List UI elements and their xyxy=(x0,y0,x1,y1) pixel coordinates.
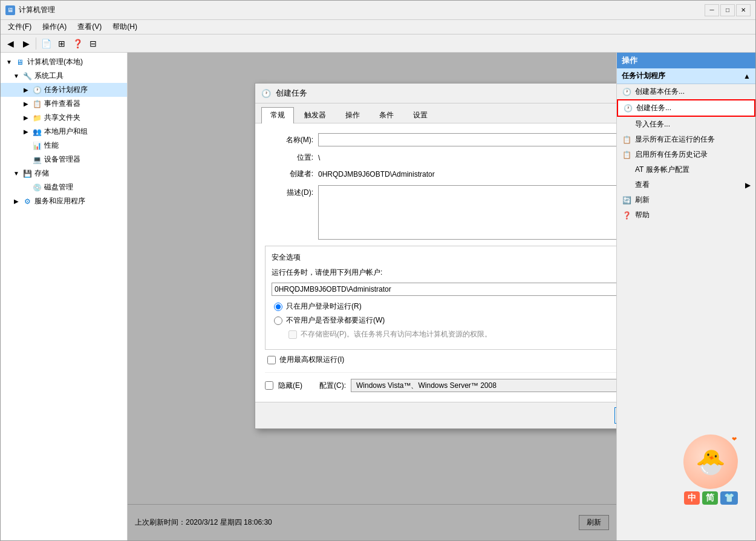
sidebar-label-event-viewer: 事件查看器 xyxy=(44,99,80,109)
creator-label: 创建者: xyxy=(265,169,313,179)
no-store-password-label: 不存储密码(P)。该任务将只有访问本地计算机资源的权限。 xyxy=(301,329,492,339)
sidebar-root[interactable]: ▼ 🖥 计算机管理(本地) xyxy=(1,55,127,69)
right-panel-show-running[interactable]: 📋 显示所有正在运行的任务 xyxy=(617,132,755,147)
maximize-button[interactable]: □ xyxy=(720,4,735,16)
sidebar-label-storage: 存储 xyxy=(34,168,49,179)
right-panel-view[interactable]: 查看 ▶ xyxy=(617,177,755,192)
right-panel-title: 操作 xyxy=(622,55,637,66)
services-expand: ▶ xyxy=(13,198,20,205)
right-panel-create-task[interactable]: 🕐 创建任务... xyxy=(617,99,755,117)
event-viewer-expand: ▶ xyxy=(22,100,30,108)
import-task-icon xyxy=(622,120,631,130)
system-tools-icon: 🔧 xyxy=(22,71,32,81)
name-row: 名称(M): xyxy=(265,133,616,146)
radio-always: 不管用户是否登录都要运行(W) xyxy=(272,315,616,326)
forward-button[interactable]: ▶ xyxy=(19,36,33,51)
dialog-tabs: 常规 触发器 操作 条件 设置 xyxy=(255,103,616,123)
sidebar-item-performance[interactable]: 📊 性能 xyxy=(1,139,127,152)
right-panel: 操作 任务计划程序 ▲ 🕐 创建基本任务... 🕐 创建任务... 导入任务..… xyxy=(616,53,755,540)
close-button[interactable]: ✕ xyxy=(736,4,751,16)
right-panel-enable-history[interactable]: 📋 启用所有任务历史记录 xyxy=(617,147,755,162)
security-section: 安全选项 运行任务时，请使用下列用户帐户: 更改用户或组(U)... 只在用户登… xyxy=(265,246,616,350)
hide-checkbox[interactable] xyxy=(265,381,273,390)
sidebar-item-device-manager[interactable]: 💻 设备管理器 xyxy=(1,152,127,166)
right-panel-refresh[interactable]: 🔄 刷新 xyxy=(617,192,755,208)
sticker-badge-zhong: 中 xyxy=(684,491,700,505)
sidebar-label-task-scheduler: 任务计划程序 xyxy=(44,85,88,95)
services-icon: ⚙ xyxy=(22,197,32,206)
description-input[interactable] xyxy=(318,185,616,240)
ok-button[interactable]: 确定 xyxy=(614,407,616,424)
right-panel-import-task[interactable]: 导入任务... xyxy=(617,117,755,132)
refresh-label: 刷新 xyxy=(635,195,650,205)
create-task-icon: 🕐 xyxy=(623,103,633,113)
right-panel-section: 任务计划程序 ▲ xyxy=(617,68,755,84)
local-users-expand: ▶ xyxy=(22,128,30,136)
radio-always-input[interactable] xyxy=(274,316,282,325)
sidebar-item-event-viewer[interactable]: ▶ 📋 事件查看器 xyxy=(1,97,127,111)
view-icon xyxy=(622,180,631,190)
show-hide-button[interactable]: 📄 xyxy=(39,36,53,51)
local-users-icon: 👥 xyxy=(32,127,42,137)
sticker-badge-jian: 简 xyxy=(702,491,718,505)
create-basic-task-label: 创建基本任务... xyxy=(635,87,685,97)
radio-logged-in-input[interactable] xyxy=(274,303,282,311)
help-button[interactable]: ❓ xyxy=(70,36,85,51)
tab-triggers[interactable]: 触发器 xyxy=(295,107,335,123)
radio-logged-in-label: 只在用户登录时运行(R) xyxy=(286,301,362,312)
dialog-title-bar: 🕐 创建任务 ✕ xyxy=(255,84,616,103)
menu-help[interactable]: 帮助(H) xyxy=(108,21,142,33)
sidebar-item-storage[interactable]: ▼ 💾 存储 xyxy=(1,166,127,180)
menu-file[interactable]: 文件(F) xyxy=(3,21,36,33)
sidebar-item-system-tools[interactable]: ▼ 🔧 系统工具 xyxy=(1,69,127,83)
sticker-character: 🐣 ❤ xyxy=(683,434,738,489)
dialog-title-text: 创建任务 xyxy=(276,88,307,99)
sidebar-item-local-users[interactable]: ▶ 👥 本地用户和组 xyxy=(1,125,127,139)
toolbar-separator-1 xyxy=(36,38,36,50)
tab-conditions[interactable]: 条件 xyxy=(370,107,403,123)
content-area: ▼ 🖥 计算机管理(本地) ▼ 🔧 系统工具 ▶ 🕐 任务计划程序 ▶ 📋 事件… xyxy=(1,53,755,540)
menu-action[interactable]: 操作(A) xyxy=(37,21,71,33)
dialog-body: 名称(M): 位置: \ 创建者: 0HRQDJMB9J6OBTD\Admini… xyxy=(255,123,616,402)
system-tools-expand: ▼ xyxy=(13,73,20,80)
window-title: 计算机管理 xyxy=(19,5,55,15)
security-title: 安全选项 xyxy=(272,252,616,263)
performance-icon: 📊 xyxy=(32,141,42,151)
view-button[interactable]: ⊞ xyxy=(54,36,69,51)
sidebar-item-services-apps[interactable]: ▶ ⚙ 服务和应用程序 xyxy=(1,194,127,208)
minimize-button[interactable]: ─ xyxy=(705,4,719,16)
name-input[interactable] xyxy=(318,133,616,146)
at-service-label: AT 服务帐户配置 xyxy=(635,165,689,175)
storage-expand: ▼ xyxy=(13,170,20,177)
location-row: 位置: \ xyxy=(265,152,616,163)
creator-value: 0HRQDJMB9J6OBTD\Administrator xyxy=(318,170,616,179)
highest-priv-checkbox[interactable] xyxy=(267,356,276,364)
sidebar-item-task-scheduler[interactable]: ▶ 🕐 任务计划程序 xyxy=(1,83,127,97)
sidebar-item-disk-management[interactable]: 💿 磁盘管理 xyxy=(1,180,127,194)
name-label: 名称(M): xyxy=(265,135,313,145)
right-panel-help[interactable]: ❓ 帮助 xyxy=(617,208,755,223)
right-panel-at-service[interactable]: AT 服务帐户配置 xyxy=(617,162,755,177)
tab-general[interactable]: 常规 xyxy=(261,107,294,123)
menu-bar: 文件(F) 操作(A) 查看(V) 帮助(H) xyxy=(1,20,755,34)
tab-settings[interactable]: 设置 xyxy=(404,107,437,123)
back-button[interactable]: ◀ xyxy=(3,36,18,51)
tab-actions[interactable]: 操作 xyxy=(336,107,369,123)
title-bar: 🖥 计算机管理 ─ □ ✕ xyxy=(1,1,755,20)
export-button[interactable]: ⊟ xyxy=(86,36,100,51)
toolbar: ◀ ▶ 📄 ⊞ ❓ ⊟ xyxy=(1,34,755,53)
config-label: 配置(C): xyxy=(319,381,346,391)
bottom-row: 隐藏(E) 配置(C): Windows Vista™、Windows Serv… xyxy=(265,372,616,392)
sidebar-label-performance: 性能 xyxy=(44,140,59,151)
user-input[interactable] xyxy=(272,283,616,296)
menu-view[interactable]: 查看(V) xyxy=(73,21,106,33)
config-select[interactable]: Windows Vista™、Windows Server™ 2008 Wind… xyxy=(351,379,616,392)
sidebar-item-shared-folders[interactable]: ▶ 📁 共享文件夹 xyxy=(1,111,127,125)
right-panel-create-basic-task[interactable]: 🕐 创建基本任务... xyxy=(617,84,755,99)
task-scheduler-expand: ▶ xyxy=(22,87,30,94)
main-panel: 上次刷新时间：2020/3/12 星期四 18:06:30 刷新 🕐 创建任务 … xyxy=(128,53,616,540)
main-window: 🖥 计算机管理 ─ □ ✕ 文件(F) 操作(A) 查看(V) 帮助(H) ◀ … xyxy=(0,0,756,541)
sidebar-root-label: 计算机管理(本地) xyxy=(27,57,83,67)
radio-always-label: 不管用户是否登录都要运行(W) xyxy=(286,315,385,326)
disk-mgmt-icon: 💿 xyxy=(32,183,42,192)
